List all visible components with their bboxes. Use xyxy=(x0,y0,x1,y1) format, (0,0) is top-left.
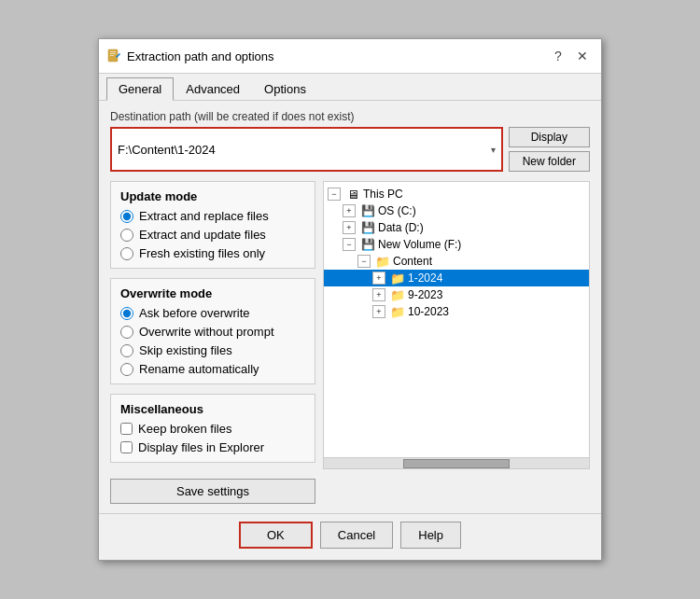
tree-item-thispc[interactable]: − 🖥 This PC xyxy=(324,186,589,202)
tree-label-thispc: This PC xyxy=(363,188,403,201)
misc-display-files-checkbox[interactable] xyxy=(120,441,133,453)
update-mode-fresh-label: Fresh existing files only xyxy=(139,246,265,260)
update-mode-replace-label: Extract and replace files xyxy=(139,209,269,223)
misc-display-files-label: Display files in Explorer xyxy=(138,440,264,454)
update-mode-fresh[interactable]: Fresh existing files only xyxy=(120,246,305,260)
tree-label-content: Content xyxy=(393,255,432,268)
tree-label-9-2023: 9-2023 xyxy=(408,288,442,301)
folder-content-icon: 📁 xyxy=(375,254,390,269)
main-content: Destination path (will be created if doe… xyxy=(99,101,601,513)
svg-rect-2 xyxy=(110,53,116,54)
update-mode-title: Update mode xyxy=(120,189,305,203)
destination-input[interactable] xyxy=(112,140,485,160)
svg-rect-1 xyxy=(110,51,116,52)
miscellaneous-section: Miscellaneous Keep broken files Display … xyxy=(110,394,315,463)
update-mode-replace[interactable]: Extract and replace files xyxy=(120,209,305,223)
miscellaneous-group: Keep broken files Display files in Explo… xyxy=(120,422,305,454)
new-folder-button[interactable]: New folder xyxy=(509,151,590,172)
update-mode-update-radio[interactable] xyxy=(120,229,133,242)
tab-general[interactable]: General xyxy=(106,77,174,101)
update-mode-replace-radio[interactable] xyxy=(120,210,133,223)
overwrite-ask[interactable]: Ask before overwrite xyxy=(120,306,305,320)
destination-label: Destination path (will be created if doe… xyxy=(110,110,590,123)
tree-item-9-2023[interactable]: + 📁 9-2023 xyxy=(324,286,589,303)
folder-10-2023-icon: 📁 xyxy=(390,304,405,319)
help-button[interactable]: Help xyxy=(400,522,461,549)
destination-dropdown-btn[interactable]: ▾ xyxy=(485,143,501,157)
save-settings-button[interactable]: Save settings xyxy=(110,479,315,504)
update-mode-update-label: Extract and update files xyxy=(139,228,266,242)
close-button[interactable]: ✕ xyxy=(571,45,594,67)
overwrite-noprompt-label: Overwrite without prompt xyxy=(139,325,274,339)
toggle-9-2023[interactable]: + xyxy=(372,288,385,301)
tree-label-d: Data (D:) xyxy=(378,221,424,234)
update-mode-group: Extract and replace files Extract and up… xyxy=(120,209,305,260)
tree-item-c[interactable]: + 💾 OS (C:) xyxy=(324,202,589,219)
toggle-c[interactable]: + xyxy=(343,204,356,217)
destination-input-wrap: ▾ xyxy=(110,127,503,172)
folder-9-2023-icon: 📁 xyxy=(390,287,405,302)
title-bar: Extraction path and options ? ✕ xyxy=(99,39,601,74)
toggle-thispc[interactable]: − xyxy=(328,188,341,201)
overwrite-noprompt[interactable]: Overwrite without prompt xyxy=(120,325,305,339)
overwrite-rename-radio[interactable] xyxy=(120,363,133,376)
toggle-d[interactable]: + xyxy=(343,221,356,234)
misc-keep-broken[interactable]: Keep broken files xyxy=(120,422,305,436)
overwrite-ask-label: Ask before overwrite xyxy=(139,306,250,320)
dialog-title: Extraction path and options xyxy=(127,49,547,63)
scrollbar-thumb[interactable] xyxy=(403,459,510,468)
toggle-1-2024[interactable]: + xyxy=(372,272,385,285)
display-button[interactable]: Display xyxy=(509,127,590,147)
tree-label-10-2023: 10-2023 xyxy=(408,305,449,318)
miscellaneous-title: Miscellaneous xyxy=(120,402,305,416)
toggle-content[interactable]: − xyxy=(357,255,371,268)
overwrite-rename[interactable]: Rename automatically xyxy=(120,362,305,376)
main-area: Update mode Extract and replace files Ex… xyxy=(110,181,590,469)
tree-item-1-2024[interactable]: + 📁 1-2024 xyxy=(324,270,589,286)
overwrite-skip-radio[interactable] xyxy=(120,344,133,357)
destination-buttons: Display New folder xyxy=(509,127,590,172)
dialog: Extraction path and options ? ✕ General … xyxy=(98,38,602,561)
help-title-btn[interactable]: ? xyxy=(547,45,569,67)
scrollbar-stub xyxy=(324,457,589,468)
tree-item-d[interactable]: + 💾 Data (D:) xyxy=(324,219,589,236)
tree-label-1-2024: 1-2024 xyxy=(408,272,442,285)
tab-options[interactable]: Options xyxy=(252,77,318,100)
update-mode-section: Update mode Extract and replace files Ex… xyxy=(110,181,315,269)
overwrite-mode-title: Overwrite mode xyxy=(120,286,305,300)
update-mode-update[interactable]: Extract and update files xyxy=(120,228,305,242)
tab-bar: General Advanced Options xyxy=(99,74,601,101)
save-settings-row: Save settings xyxy=(110,479,590,504)
dialog-icon xyxy=(106,49,121,63)
destination-row: ▾ Display New folder xyxy=(110,127,590,172)
ok-button[interactable]: OK xyxy=(239,522,313,549)
tree-area[interactable]: − 🖥 This PC + 💾 OS (C:) + xyxy=(324,182,589,457)
tree-item-f[interactable]: − 💾 New Volume (F:) xyxy=(324,236,589,253)
update-mode-fresh-radio[interactable] xyxy=(120,247,133,260)
misc-keep-broken-checkbox[interactable] xyxy=(120,423,133,435)
misc-display-files[interactable]: Display files in Explorer xyxy=(120,440,305,454)
svg-rect-3 xyxy=(110,55,114,56)
overwrite-skip[interactable]: Skip existing files xyxy=(120,343,305,357)
overwrite-skip-label: Skip existing files xyxy=(139,343,232,357)
left-panel: Update mode Extract and replace files Ex… xyxy=(110,181,315,469)
overwrite-noprompt-radio[interactable] xyxy=(120,326,133,339)
tree-panel: − 🖥 This PC + 💾 OS (C:) + xyxy=(323,181,590,469)
toggle-10-2023[interactable]: + xyxy=(372,305,385,318)
pc-icon: 🖥 xyxy=(345,187,360,202)
misc-keep-broken-label: Keep broken files xyxy=(138,422,231,436)
overwrite-mode-section: Overwrite mode Ask before overwrite Over… xyxy=(110,278,315,384)
overwrite-mode-group: Ask before overwrite Overwrite without p… xyxy=(120,306,305,376)
toggle-f[interactable]: − xyxy=(343,238,356,251)
title-bar-controls: ? ✕ xyxy=(547,45,594,67)
drive-f-icon: 💾 xyxy=(360,237,375,252)
folder-1-2024-icon: 📁 xyxy=(390,271,405,286)
tab-advanced[interactable]: Advanced xyxy=(174,77,252,100)
tree-item-content[interactable]: − 📁 Content xyxy=(324,253,589,270)
cancel-button[interactable]: Cancel xyxy=(320,522,393,549)
tree-label-c: OS (C:) xyxy=(378,204,416,217)
tree-item-10-2023[interactable]: + 📁 10-2023 xyxy=(324,303,589,320)
drive-c-icon: 💾 xyxy=(360,203,375,218)
tree-label-f: New Volume (F:) xyxy=(378,238,461,251)
overwrite-ask-radio[interactable] xyxy=(120,307,133,320)
